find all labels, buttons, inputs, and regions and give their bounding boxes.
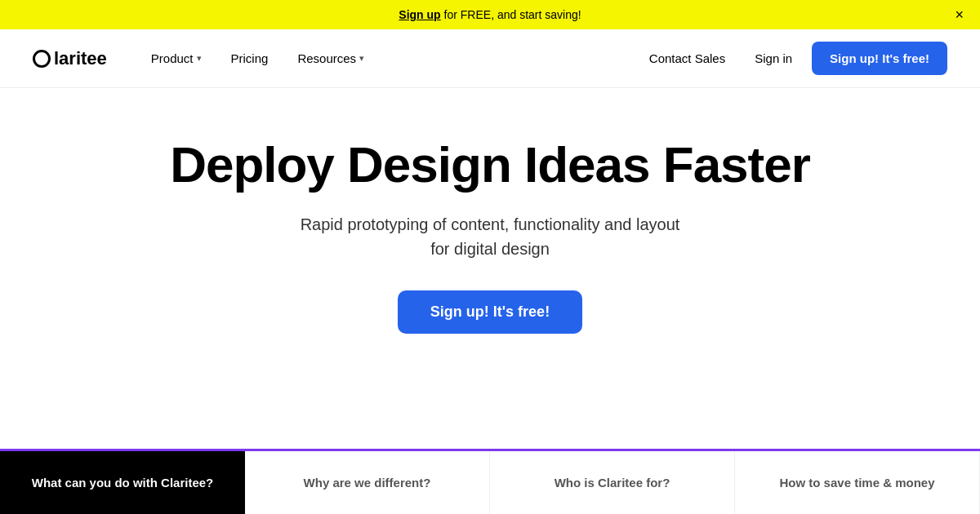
nav-left: Product ▾ Pricing Resources ▾ [140,45,639,72]
nav-item-resources[interactable]: Resources ▾ [286,45,376,72]
hero-cta-button[interactable]: Sign up! It's free! [398,290,582,334]
top-banner: Sign up for FREE, and start saving! × [0,0,980,29]
banner-text-after: for FREE, and start saving! [441,8,581,21]
chevron-down-icon-resources: ▾ [359,53,364,64]
tab-save-time[interactable]: How to save time & money [735,451,980,514]
tab-label-2: Who is Claritee for? [555,475,670,491]
tab-label-3: How to save time & money [779,475,934,491]
tab-why-different[interactable]: Why are we different? [245,451,490,514]
hero-section: Deploy Design Ideas Faster Rapid prototy… [0,88,980,366]
banner-close-button[interactable]: × [955,7,964,22]
nav-resources-label: Resources [297,51,356,65]
sign-in-link[interactable]: Sign in [745,45,802,72]
header: laritee Product ▾ Pricing Resources ▾ Co… [0,29,980,88]
tab-who-for[interactable]: Who is Claritee for? [490,451,735,514]
hero-subtitle-line2: for digital design [430,240,550,258]
chevron-down-icon: ▾ [197,53,202,64]
logo[interactable]: laritee [33,48,107,69]
nav-product-label: Product [151,51,194,65]
nav-item-product[interactable]: Product ▾ [140,45,213,72]
logo-icon [33,50,51,68]
banner-signup-link[interactable]: Sign up [399,8,440,21]
nav-pricing-label: Pricing [231,51,269,65]
nav-right: Contact Sales Sign in Sign up! It's free… [639,42,947,75]
banner-text: Sign up for FREE, and start saving! [399,8,581,21]
tab-what-can-you-do[interactable]: What can you do with Claritee? [0,451,245,514]
tab-label-1: Why are we different? [304,475,431,491]
contact-sales-link[interactable]: Contact Sales [639,45,735,72]
bottom-tabs: What can you do with Claritee? Why are w… [0,449,980,514]
nav-item-pricing[interactable]: Pricing [220,45,280,72]
header-cta-button[interactable]: Sign up! It's free! [812,42,947,75]
tab-label-0: What can you do with Claritee? [32,475,214,491]
logo-text: laritee [54,48,107,69]
hero-subtitle: Rapid prototyping of content, functional… [301,212,680,261]
hero-subtitle-line1: Rapid prototyping of content, functional… [301,215,680,233]
hero-title: Deploy Design Ideas Faster [170,137,810,193]
